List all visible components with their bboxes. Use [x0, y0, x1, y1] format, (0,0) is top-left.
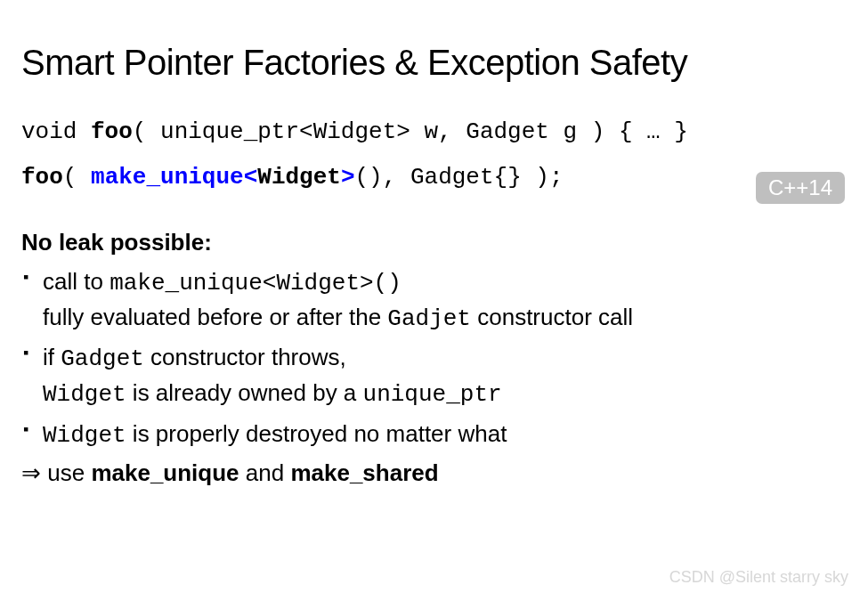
code-func-call: foo	[21, 164, 63, 191]
text-span: fully evaluated before or after the	[43, 304, 387, 330]
watermark: CSDN @Silent starry sky	[669, 568, 848, 587]
code-params: ( unique_ptr<Widget> w, Gadget g ) { … }	[133, 118, 688, 145]
code-gt: >	[341, 164, 355, 191]
code-line-2: foo( make_unique<Widget>(), Gadget{} );	[21, 160, 847, 195]
code-line-1: void foo( unique_ptr<Widget> w, Gadget g…	[21, 115, 847, 150]
code-func-name: foo	[91, 118, 133, 145]
conclusion-make-unique: make_unique	[91, 459, 239, 486]
text-span: constructor call	[471, 304, 633, 330]
text-span: constructor throws,	[144, 344, 346, 370]
text-span: Widget	[43, 422, 126, 449]
code-open: (	[63, 164, 91, 191]
text-span: Gadget	[61, 345, 144, 372]
text-span: call to	[43, 268, 110, 295]
list-item: if Gadget constructor throws,Widget is a…	[23, 341, 847, 411]
conclusion-pre: use	[47, 459, 91, 486]
text-span: unique_ptr	[363, 381, 502, 408]
conclusion-line: ⇒ use make_unique and make_shared	[21, 459, 847, 487]
code-keyword: void	[21, 118, 91, 145]
conclusion-make-shared: make_shared	[290, 459, 438, 486]
conclusion-mid: and	[239, 459, 291, 486]
code-block: void foo( unique_ptr<Widget> w, Gadget g…	[21, 115, 847, 195]
text-span: is properly destroyed no matter what	[126, 420, 507, 447]
list-item: Widget is properly destroyed no matter w…	[23, 418, 847, 453]
code-widget-type: Widget	[257, 164, 341, 191]
text-span: Gadjet	[387, 305, 471, 332]
list-item: call to make_unique<Widget>()fully evalu…	[23, 265, 847, 336]
text-span: Widget	[43, 381, 126, 408]
text-span: is already owned by a	[126, 379, 363, 406]
slide-title: Smart Pointer Factories & Exception Safe…	[21, 43, 847, 83]
section-heading: No leak possible:	[21, 229, 847, 256]
text-span: if	[43, 344, 61, 370]
bullet-list: call to make_unique<Widget>()fully evalu…	[21, 265, 847, 452]
code-make-unique: make_unique	[91, 164, 244, 191]
text-span: make_unique<Widget>()	[110, 270, 402, 296]
code-lt: <	[244, 164, 258, 191]
arrow-icon: ⇒	[21, 459, 47, 486]
code-rest: (), Gadget{} );	[355, 164, 564, 191]
cpp-version-badge: C++14	[756, 172, 845, 204]
